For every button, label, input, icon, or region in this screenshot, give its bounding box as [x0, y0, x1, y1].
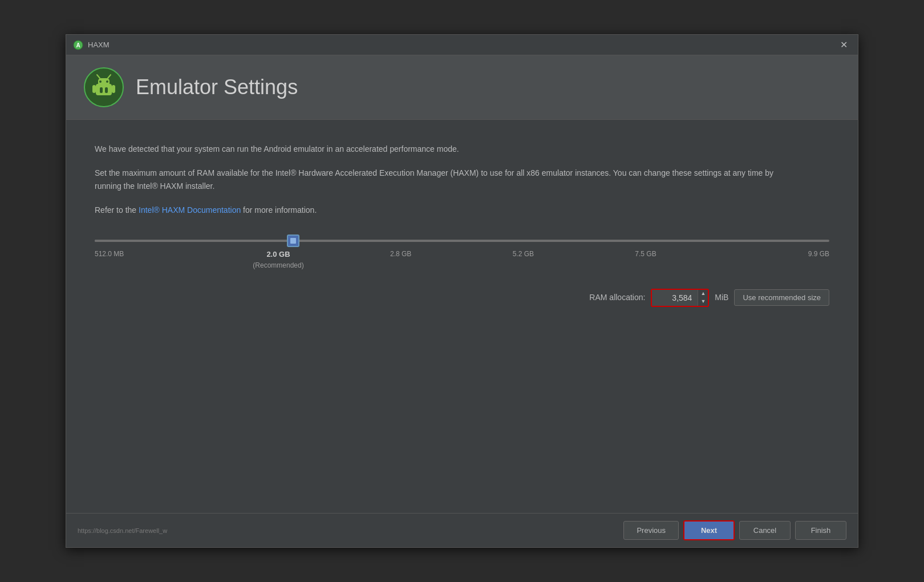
app-icon: A	[73, 40, 83, 50]
slider-label-2: 2.8 GB	[339, 249, 462, 272]
use-recommended-button[interactable]: Use recommended size	[734, 289, 829, 306]
svg-point-9	[99, 80, 102, 83]
finish-button[interactable]: Finish	[795, 521, 846, 540]
svg-rect-7	[100, 87, 103, 93]
content-area: We have detected that your system can ru…	[66, 120, 858, 513]
slider-label-4: 7.5 GB	[585, 249, 707, 272]
slider-label-3: 5.2 GB	[462, 249, 585, 272]
description-para2: Set the maximum amount of RAM available …	[95, 167, 779, 192]
title-bar: A HAXM ✕	[66, 35, 858, 55]
android-logo-icon	[83, 67, 124, 108]
svg-point-10	[106, 80, 108, 83]
cancel-button[interactable]: Cancel	[739, 521, 791, 540]
ram-input[interactable]	[652, 290, 698, 306]
description-para3: Refer to the Intel® HAXM Documentation f…	[95, 204, 779, 216]
ram-input-wrapper: ▲ ▼	[651, 289, 709, 307]
slider-label-0: 512.0 MB	[95, 249, 217, 272]
slider-track	[95, 240, 829, 242]
refer-text-prefix: Refer to the	[95, 205, 139, 215]
refer-text-suffix: for more information.	[243, 205, 317, 215]
ram-spinner: ▲ ▼	[698, 290, 708, 306]
slider-label-5: 9.9 GB	[707, 249, 829, 272]
ram-spinner-down[interactable]: ▼	[698, 298, 708, 306]
svg-rect-4	[92, 85, 96, 93]
description-para1: We have detected that your system can ru…	[95, 143, 779, 155]
header-section: Emulator Settings	[66, 55, 858, 120]
svg-rect-5	[112, 85, 115, 93]
slider-thumb[interactable]	[287, 235, 299, 247]
previous-button[interactable]: Previous	[623, 521, 679, 540]
ram-spinner-up[interactable]: ▲	[698, 290, 708, 298]
haxm-window: A HAXM ✕ Emulator Setting	[66, 34, 858, 548]
url-bar: https://blog.csdn.net/Farewell_w	[78, 527, 619, 534]
slider-thumb-inner	[290, 238, 296, 244]
title-bar-left: A HAXM	[73, 40, 110, 50]
ram-allocation-row: RAM allocation: ▲ ▼ MiB Use recommended …	[95, 289, 829, 307]
ram-label: RAM allocation:	[589, 291, 645, 304]
close-button[interactable]: ✕	[837, 39, 851, 51]
slider-fill	[95, 240, 293, 242]
haxm-doc-link[interactable]: Intel® HAXM Documentation	[139, 205, 241, 215]
page-title: Emulator Settings	[136, 75, 298, 99]
slider-section: 512.0 MB 2.0 GB (Recommended) 2.8 GB 5.2…	[95, 240, 829, 272]
bottom-bar: https://blog.csdn.net/Farewell_w Previou…	[66, 513, 858, 547]
next-button[interactable]: Next	[683, 520, 735, 540]
svg-rect-8	[105, 87, 108, 93]
slider-label-1: 2.0 GB (Recommended)	[217, 249, 340, 272]
window-title: HAXM	[88, 41, 110, 49]
slider-labels-row: 512.0 MB 2.0 GB (Recommended) 2.8 GB 5.2…	[95, 249, 829, 272]
svg-text:A: A	[76, 42, 80, 48]
slider-track-container	[95, 240, 829, 242]
mib-unit-label: MiB	[715, 291, 728, 304]
